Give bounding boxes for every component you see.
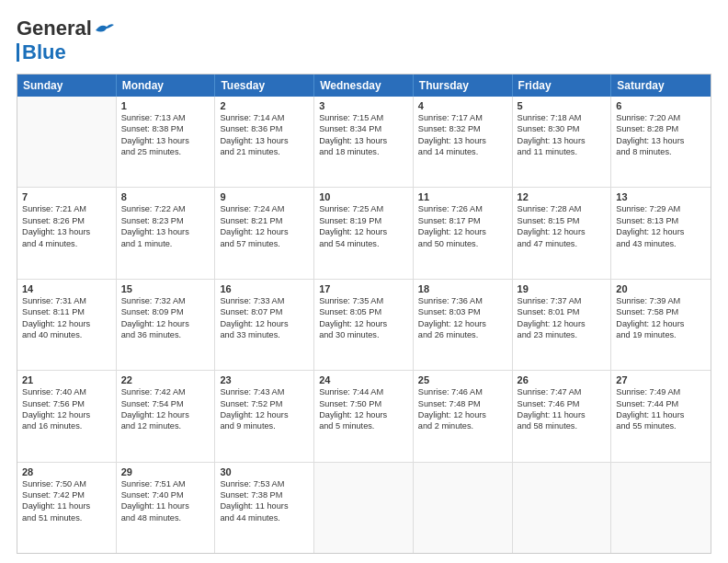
cell-line: Sunrise: 7:47 AM <box>518 386 607 397</box>
cal-cell-r3-c1: 22Sunrise: 7:42 AMSunset: 7:54 PMDayligh… <box>117 371 216 461</box>
cal-cell-r3-c6: 27Sunrise: 7:49 AMSunset: 7:44 PMDayligh… <box>611 371 711 461</box>
cell-line: Sunrise: 7:40 AM <box>22 386 111 397</box>
cell-line: Daylight: 13 hours <box>220 135 309 146</box>
cell-line: Daylight: 13 hours <box>319 135 408 146</box>
cell-line: Daylight: 12 hours <box>220 409 309 420</box>
cell-line: Sunset: 8:07 PM <box>220 306 309 317</box>
cal-cell-r1-c2: 9Sunrise: 7:24 AMSunset: 8:21 PMDaylight… <box>215 188 314 278</box>
cell-line: Sunrise: 7:49 AM <box>616 386 706 397</box>
cell-line: Sunrise: 7:26 AM <box>418 203 507 214</box>
cal-cell-r1-c4: 11Sunrise: 7:26 AMSunset: 8:17 PMDayligh… <box>414 188 513 278</box>
cell-line: Sunset: 8:09 PM <box>121 306 210 317</box>
cell-line: Sunrise: 7:46 AM <box>418 386 507 397</box>
cal-cell-r2-c4: 18Sunrise: 7:36 AMSunset: 8:03 PMDayligh… <box>414 280 513 370</box>
cell-line: and 55 minutes. <box>616 420 706 431</box>
cell-line: Sunset: 7:38 PM <box>220 489 309 500</box>
logo-general: General <box>17 17 92 40</box>
cell-line: Daylight: 11 hours <box>121 500 210 511</box>
logo-bird-icon <box>94 21 114 36</box>
cal-cell-r2-c2: 16Sunrise: 7:33 AMSunset: 8:07 PMDayligh… <box>215 280 314 370</box>
day-number: 19 <box>518 283 607 294</box>
cell-line: Sunrise: 7:22 AM <box>121 203 210 214</box>
day-number: 3 <box>319 100 408 111</box>
cal-cell-r2-c0: 14Sunrise: 7:31 AMSunset: 8:11 PMDayligh… <box>17 280 117 370</box>
day-number: 20 <box>616 283 706 294</box>
day-number: 1 <box>121 100 210 111</box>
cell-line: and 36 minutes. <box>121 329 210 340</box>
cell-line: and 54 minutes. <box>319 238 408 249</box>
cell-line: Daylight: 13 hours <box>121 135 210 146</box>
calendar-row-3: 21Sunrise: 7:40 AMSunset: 7:56 PMDayligh… <box>17 371 711 462</box>
cell-line: Sunrise: 7:25 AM <box>319 203 408 214</box>
cell-line: Sunset: 7:42 PM <box>22 489 111 500</box>
cal-cell-r1-c5: 12Sunrise: 7:28 AMSunset: 8:15 PMDayligh… <box>513 188 612 278</box>
cell-line: Sunset: 7:40 PM <box>121 489 210 500</box>
calendar-row-0: 1Sunrise: 7:13 AMSunset: 8:38 PMDaylight… <box>17 97 711 188</box>
day-number: 6 <box>616 100 706 111</box>
cal-cell-r2-c5: 19Sunrise: 7:37 AMSunset: 8:01 PMDayligh… <box>513 280 612 370</box>
cell-line: and 26 minutes. <box>418 329 507 340</box>
header-day-tuesday: Tuesday <box>215 75 314 97</box>
cell-line: Daylight: 12 hours <box>418 409 507 420</box>
cal-cell-r4-c5 <box>513 463 612 553</box>
header-day-monday: Monday <box>117 75 216 97</box>
page: General Blue SundayMondayTuesdayWednesda… <box>0 0 728 563</box>
cell-line: and 2 minutes. <box>418 420 507 431</box>
cell-line: Daylight: 12 hours <box>616 226 706 237</box>
cell-line: Daylight: 12 hours <box>121 409 210 420</box>
cell-line: and 44 minutes. <box>220 512 309 523</box>
cell-line: and 57 minutes. <box>220 238 309 249</box>
day-number: 10 <box>319 191 408 202</box>
cell-line: Daylight: 12 hours <box>220 318 309 329</box>
cell-line: and 23 minutes. <box>518 329 607 340</box>
cal-cell-r3-c2: 23Sunrise: 7:43 AMSunset: 7:52 PMDayligh… <box>215 371 314 461</box>
day-number: 21 <box>22 374 111 385</box>
cell-line: Sunset: 7:58 PM <box>616 306 706 317</box>
cal-cell-r1-c0: 7Sunrise: 7:21 AMSunset: 8:26 PMDaylight… <box>17 188 117 278</box>
cell-line: and 30 minutes. <box>319 329 408 340</box>
day-number: 23 <box>220 374 309 385</box>
day-number: 12 <box>518 191 607 202</box>
cell-line: and 48 minutes. <box>121 512 210 523</box>
cell-line: and 47 minutes. <box>518 238 607 249</box>
cell-line: Sunrise: 7:31 AM <box>22 295 111 306</box>
day-number: 15 <box>121 283 210 294</box>
cell-line: Daylight: 12 hours <box>22 409 111 420</box>
cell-line: Sunset: 8:30 PM <box>518 123 607 134</box>
cell-line: and 19 minutes. <box>616 329 706 340</box>
cell-line: and 43 minutes. <box>616 238 706 249</box>
cell-line: Daylight: 12 hours <box>518 318 607 329</box>
cell-line: Sunrise: 7:20 AM <box>616 112 706 123</box>
calendar-header: SundayMondayTuesdayWednesdayThursdayFrid… <box>17 75 711 97</box>
cell-line: Daylight: 12 hours <box>319 226 408 237</box>
cell-line: Sunset: 8:36 PM <box>220 123 309 134</box>
cell-line: Sunrise: 7:39 AM <box>616 295 706 306</box>
logo: General Blue <box>17 17 114 64</box>
cell-line: Sunset: 8:34 PM <box>319 123 408 134</box>
cell-line: Daylight: 12 hours <box>220 226 309 237</box>
day-number: 7 <box>22 191 111 202</box>
cell-line: Sunrise: 7:18 AM <box>518 112 607 123</box>
cell-line: Daylight: 13 hours <box>616 135 706 146</box>
day-number: 26 <box>518 374 607 385</box>
cell-line: Sunset: 8:03 PM <box>418 306 507 317</box>
cal-cell-r1-c1: 8Sunrise: 7:22 AMSunset: 8:23 PMDaylight… <box>117 188 216 278</box>
cell-line: Sunrise: 7:44 AM <box>319 386 408 397</box>
cal-cell-r3-c5: 26Sunrise: 7:47 AMSunset: 7:46 PMDayligh… <box>513 371 612 461</box>
cell-line: Sunset: 8:15 PM <box>518 215 607 226</box>
day-number: 18 <box>418 283 507 294</box>
cell-line: Sunset: 7:44 PM <box>616 398 706 409</box>
cell-line: and 40 minutes. <box>22 329 111 340</box>
day-number: 17 <box>319 283 408 294</box>
cell-line: and 5 minutes. <box>319 420 408 431</box>
cal-cell-r4-c6 <box>611 463 711 553</box>
cell-line: Sunset: 8:32 PM <box>418 123 507 134</box>
cal-cell-r4-c4 <box>414 463 513 553</box>
day-number: 13 <box>616 191 706 202</box>
cell-line: Sunrise: 7:36 AM <box>418 295 507 306</box>
cal-cell-r4-c1: 29Sunrise: 7:51 AMSunset: 7:40 PMDayligh… <box>117 463 216 553</box>
header-day-saturday: Saturday <box>611 75 711 97</box>
day-number: 11 <box>418 191 507 202</box>
day-number: 25 <box>418 374 507 385</box>
cell-line: Sunset: 8:13 PM <box>616 215 706 226</box>
